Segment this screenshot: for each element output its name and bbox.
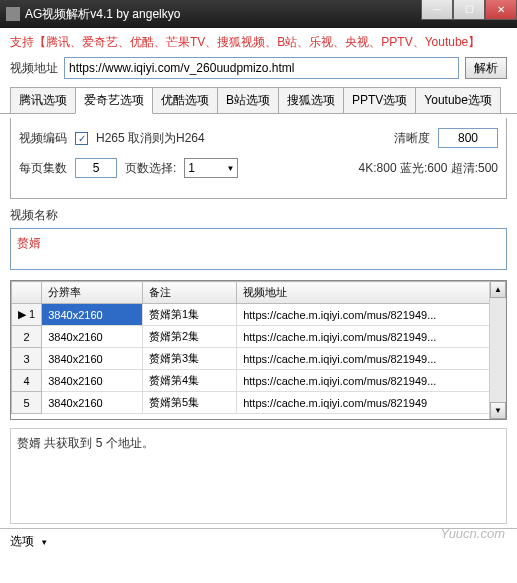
options-menu[interactable]: 选项 ▼ (10, 533, 48, 550)
table-row[interactable]: 2 3840x2160 赘婿第2集 https://cache.m.iqiyi.… (12, 326, 506, 348)
cell-resolution: 3840x2160 (42, 348, 143, 370)
table-row[interactable]: 3 3840x2160 赘婿第3集 https://cache.m.iqiyi.… (12, 348, 506, 370)
col-url[interactable]: 视频地址 (237, 282, 506, 304)
tab-youtube[interactable]: Youtube选项 (415, 87, 501, 113)
scrollbar[interactable]: ▲ ▼ (489, 281, 506, 419)
cell-resolution: 3840x2160 (42, 304, 143, 326)
per-page-label: 每页集数 (19, 160, 67, 177)
chevron-down-icon: ▼ (226, 164, 234, 173)
clarity-label: 清晰度 (394, 130, 430, 147)
row-index: 4 (12, 370, 42, 392)
page-select-value: 1 (188, 161, 195, 175)
clarity-input[interactable] (438, 128, 498, 148)
cell-resolution: 3840x2160 (42, 392, 143, 414)
cell-note: 赘婿第3集 (142, 348, 236, 370)
tab-bilibili[interactable]: B站选项 (217, 87, 279, 113)
row-index: 2 (12, 326, 42, 348)
cell-resolution: 3840x2160 (42, 370, 143, 392)
page-select[interactable]: 1 ▼ (184, 158, 238, 178)
url-input[interactable] (64, 57, 459, 79)
per-page-input[interactable] (75, 158, 117, 178)
options-panel: 视频编码 ✓ H265 取消则为H264 清晰度 每页集数 页数选择: 1 ▼ … (10, 118, 507, 199)
close-button[interactable]: ✕ (485, 0, 517, 20)
cell-url: https://cache.m.iqiyi.com/mus/821949... (237, 326, 506, 348)
col-note[interactable]: 备注 (142, 282, 236, 304)
status-bar: 赘婿 共获取到 5 个地址。 (10, 428, 507, 524)
video-name-label: 视频名称 (10, 207, 507, 224)
status-text: 赘婿 共获取到 5 个地址。 (17, 436, 154, 450)
url-row: 视频地址 解析 (0, 53, 517, 87)
scroll-up-icon[interactable]: ▲ (490, 281, 506, 298)
app-icon (6, 7, 20, 21)
col-resolution[interactable]: 分辨率 (42, 282, 143, 304)
table-row[interactable]: 5 3840x2160 赘婿第5集 https://cache.m.iqiyi.… (12, 392, 506, 414)
titlebar[interactable]: AG视频解析v4.1 by angelkyo ─ ☐ ✕ (0, 0, 517, 28)
tab-youku[interactable]: 优酷选项 (152, 87, 218, 113)
table-row[interactable]: ▶ 1 3840x2160 赘婿第1集 https://cache.m.iqiy… (12, 304, 506, 326)
support-text: 支持【腾讯、爱奇艺、优酷、芒果TV、搜狐视频、B站、乐视、央视、PPTV、You… (0, 28, 517, 53)
tab-pptv[interactable]: PPTV选项 (343, 87, 416, 113)
video-name-box[interactable]: 赘婿 (10, 228, 507, 270)
scroll-down-icon[interactable]: ▼ (490, 402, 506, 419)
results-grid[interactable]: 分辨率 备注 视频地址 ▶ 1 3840x2160 赘婿第1集 https://… (10, 280, 507, 420)
url-label: 视频地址 (10, 60, 58, 77)
row-index: 3 (12, 348, 42, 370)
encode-label: 视频编码 (19, 130, 67, 147)
options-label: 选项 (10, 534, 34, 548)
row-index: 5 (12, 392, 42, 414)
parse-button[interactable]: 解析 (465, 57, 507, 79)
cell-url: https://cache.m.iqiyi.com/mus/821949 (237, 392, 506, 414)
quality-hint: 4K:800 蓝光:600 超清:500 (359, 160, 498, 177)
cell-note: 赘婿第4集 (142, 370, 236, 392)
cell-note: 赘婿第2集 (142, 326, 236, 348)
cell-url: https://cache.m.iqiyi.com/mus/821949... (237, 304, 506, 326)
maximize-button[interactable]: ☐ (453, 0, 485, 20)
table-row[interactable]: 4 3840x2160 赘婿第4集 https://cache.m.iqiyi.… (12, 370, 506, 392)
tab-tencent[interactable]: 腾讯选项 (10, 87, 76, 113)
tabs: 腾讯选项 爱奇艺选项 优酷选项 B站选项 搜狐选项 PPTV选项 Youtube… (0, 87, 517, 114)
tab-iqiyi[interactable]: 爱奇艺选项 (75, 87, 153, 114)
tab-sohu[interactable]: 搜狐选项 (278, 87, 344, 113)
encode-checkbox[interactable]: ✓ (75, 132, 88, 145)
cell-url: https://cache.m.iqiyi.com/mus/821949... (237, 348, 506, 370)
window-title: AG视频解析v4.1 by angelkyo (25, 6, 421, 23)
minimize-button[interactable]: ─ (421, 0, 453, 20)
cell-resolution: 3840x2160 (42, 326, 143, 348)
video-name-value: 赘婿 (17, 236, 41, 250)
cell-note: 赘婿第5集 (142, 392, 236, 414)
cell-url: https://cache.m.iqiyi.com/mus/821949... (237, 370, 506, 392)
cell-note: 赘婿第1集 (142, 304, 236, 326)
encode-desc: H265 取消则为H264 (96, 130, 205, 147)
footer: 选项 ▼ (0, 528, 517, 554)
col-blank[interactable] (12, 282, 42, 304)
chevron-down-icon: ▼ (40, 538, 48, 547)
page-select-label: 页数选择: (125, 160, 176, 177)
row-index: ▶ 1 (12, 304, 42, 326)
